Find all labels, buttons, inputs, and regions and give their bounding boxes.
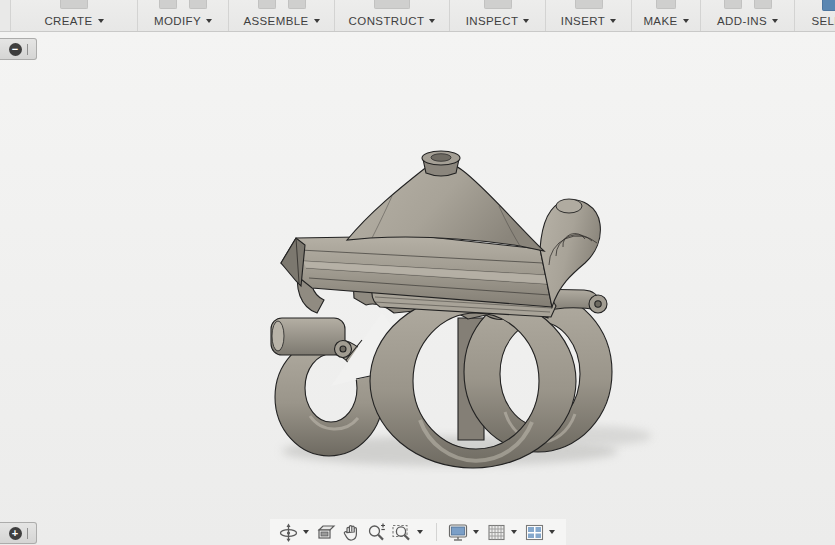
chevron-down-icon xyxy=(314,19,320,23)
toolbar-panel-assemble: ASSEMBLE xyxy=(229,0,335,31)
model-3d-scroll-hook-bracket[interactable] xyxy=(0,32,835,545)
chevron-down-icon xyxy=(610,19,616,23)
hand-icon xyxy=(341,522,362,543)
navigation-bar xyxy=(270,519,566,545)
magnifier-window-icon xyxy=(391,522,413,543)
menu-create[interactable]: CREATE xyxy=(42,15,105,27)
toolbar-panel-construct: CONSTRUCT xyxy=(335,0,450,31)
navbar-divider xyxy=(436,523,437,541)
addins-icon[interactable] xyxy=(724,0,742,9)
monitor-icon xyxy=(447,522,469,543)
toolbar-panel-select: SELECT xyxy=(795,0,835,31)
chevron-down-icon xyxy=(772,19,778,23)
menu-select[interactable]: SELECT xyxy=(809,15,835,27)
model-body[interactable] xyxy=(271,151,612,468)
menu-assemble-label: ASSEMBLE xyxy=(243,15,308,27)
display-settings-dropdown-caret[interactable] xyxy=(473,530,479,534)
magnifier-plus-minus-icon xyxy=(366,522,387,543)
menu-assemble[interactable]: ASSEMBLE xyxy=(241,15,321,27)
menu-make[interactable]: MAKE xyxy=(641,15,690,27)
look-at-icon xyxy=(316,522,337,543)
insert-icon[interactable] xyxy=(575,0,603,9)
assemble-icon[interactable] xyxy=(258,0,276,9)
viewports-icon xyxy=(524,522,545,543)
menu-inspect-label: INSPECT xyxy=(466,15,519,27)
pan-button[interactable] xyxy=(339,520,364,545)
addins-icon-2[interactable] xyxy=(754,0,772,9)
orbit-button[interactable] xyxy=(276,520,301,545)
construct-icon[interactable] xyxy=(374,0,410,9)
look-at-button[interactable] xyxy=(314,520,339,545)
toolbar-lead-strip xyxy=(0,0,11,31)
zoom-button[interactable] xyxy=(364,520,389,545)
toolbar-panel-modify: MODIFY xyxy=(138,0,229,31)
chevron-down-icon xyxy=(98,19,104,23)
menu-addins[interactable]: ADD-INS xyxy=(715,15,780,27)
top-toolbar: CREATE MODIFY ASSEMBLE CONSTRUCT xyxy=(0,0,835,32)
chevron-down-icon xyxy=(523,19,529,23)
menu-insert[interactable]: INSERT xyxy=(559,15,618,27)
inspect-icon[interactable] xyxy=(484,0,512,9)
menu-addins-label: ADD-INS xyxy=(717,15,767,27)
fit-button[interactable] xyxy=(389,520,415,545)
toolbar-panel-create: CREATE xyxy=(11,0,138,31)
menu-insert-label: INSERT xyxy=(561,15,605,27)
toolbar-panel-inspect: INSPECT xyxy=(450,0,546,31)
create-icon[interactable] xyxy=(60,0,88,9)
grip-handle xyxy=(27,44,28,55)
toolbar-panel-make: MAKE xyxy=(632,0,701,31)
viewport-canvas[interactable]: − + xyxy=(0,32,835,545)
grid-dropdown-caret[interactable] xyxy=(511,530,517,534)
make-icon[interactable] xyxy=(656,0,676,9)
grip-handle xyxy=(27,528,28,539)
timeline-expand-button[interactable]: + xyxy=(0,522,37,544)
chevron-down-icon xyxy=(206,19,212,23)
assemble-icon-2[interactable] xyxy=(288,0,306,9)
menu-modify-label: MODIFY xyxy=(154,15,201,27)
select-tool-icon[interactable] xyxy=(822,0,835,11)
menu-modify[interactable]: MODIFY xyxy=(152,15,214,27)
browser-collapse-button[interactable]: − xyxy=(0,38,37,60)
collapse-icon: − xyxy=(9,43,22,56)
menu-inspect[interactable]: INSPECT xyxy=(464,15,532,27)
viewports-button[interactable] xyxy=(522,520,547,545)
modify-icon-2[interactable] xyxy=(189,0,207,9)
menu-construct[interactable]: CONSTRUCT xyxy=(347,15,438,27)
menu-make-label: MAKE xyxy=(643,15,677,27)
viewports-dropdown-caret[interactable] xyxy=(549,530,555,534)
fit-dropdown-caret[interactable] xyxy=(417,530,423,534)
grid-icon xyxy=(486,522,507,543)
menu-create-label: CREATE xyxy=(44,15,92,27)
chevron-down-icon xyxy=(683,19,689,23)
chevron-down-icon xyxy=(429,19,435,23)
menu-construct-label: CONSTRUCT xyxy=(349,15,425,27)
menu-select-label: SELECT xyxy=(811,15,835,27)
expand-icon: + xyxy=(9,527,22,540)
modify-icon[interactable] xyxy=(159,0,177,9)
orbit-icon xyxy=(278,522,299,543)
display-settings-button[interactable] xyxy=(445,520,471,545)
orbit-dropdown-caret[interactable] xyxy=(303,530,309,534)
toolbar-panel-insert: INSERT xyxy=(546,0,632,31)
toolbar-panel-addins: ADD-INS xyxy=(701,0,795,31)
grid-button[interactable] xyxy=(484,520,509,545)
